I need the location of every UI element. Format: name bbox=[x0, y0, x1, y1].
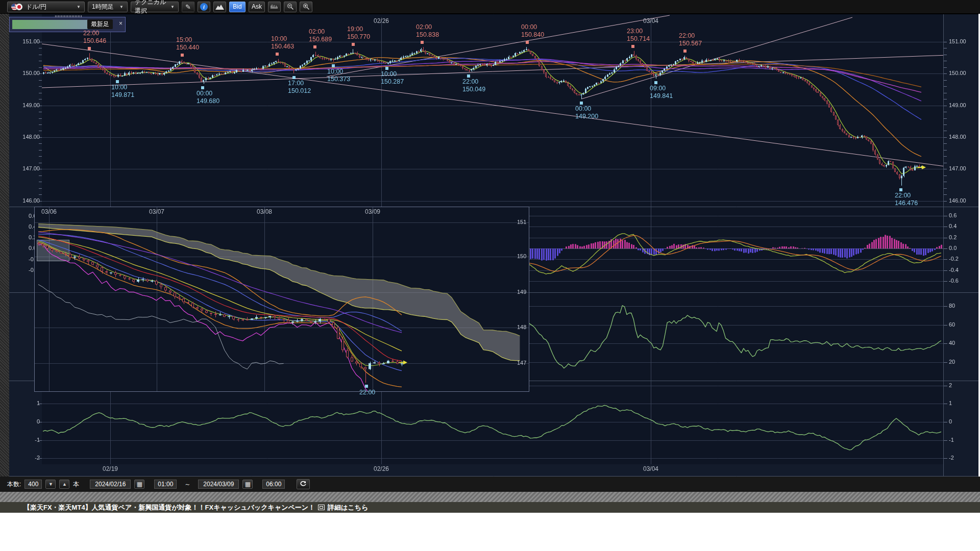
latest-bar-label: 最新足 bbox=[87, 19, 113, 29]
chart-canvas[interactable] bbox=[0, 0, 980, 551]
macd-axis-label: 0.4 bbox=[949, 223, 957, 229]
annotation-price: 146.476 bbox=[895, 199, 918, 207]
annotation-price: 149.200 bbox=[575, 113, 598, 120]
high-marker bbox=[276, 53, 279, 56]
close-icon[interactable]: × bbox=[119, 20, 122, 27]
rsi-axis-label: 60 bbox=[949, 321, 955, 328]
count-decrement-button[interactable]: ▼ bbox=[45, 480, 56, 489]
high-marker bbox=[526, 41, 529, 44]
annotation-price: 150.770 bbox=[347, 33, 370, 41]
calendar-to-button[interactable]: ▦ bbox=[242, 480, 253, 489]
price-axis-label: 150.00 bbox=[949, 70, 966, 76]
pair-flags-icon bbox=[11, 4, 22, 10]
calendar-icon: ▦ bbox=[245, 481, 251, 488]
technical-selector[interactable]: テクニカル選択 ▼ bbox=[131, 2, 179, 12]
calendar-from-button[interactable]: ▦ bbox=[134, 480, 144, 489]
high-marker bbox=[181, 54, 184, 57]
annotation-price: 149.841 bbox=[650, 92, 673, 100]
info-icon: i bbox=[200, 3, 208, 11]
annotation-time: 00:00 bbox=[575, 105, 598, 113]
chevron-up-icon: ▲ bbox=[62, 482, 67, 487]
window-resize-hatch bbox=[0, 492, 980, 502]
banner-link[interactable]: 詳細はこちら bbox=[328, 503, 368, 512]
inset-price-label-clipped: 151 bbox=[517, 219, 528, 225]
high-annotation: 02:00150.838 bbox=[416, 23, 439, 39]
range-separator: ～ bbox=[184, 480, 190, 489]
annotation-time: 10:00 bbox=[327, 68, 350, 76]
high-marker bbox=[352, 43, 355, 46]
open-window-icon bbox=[318, 505, 325, 510]
trading-app: ドル/円 ▼ 1時間足 ▼ テクニカル選択 ▼ ✎ i Bid Ask bbox=[0, 0, 980, 551]
macd-axis-label-clipped: -0.4 bbox=[29, 267, 34, 273]
macd-axis-label: -0.2 bbox=[949, 256, 959, 262]
osc-axis-label: 2 bbox=[949, 382, 952, 388]
chart-type-button[interactable] bbox=[213, 2, 226, 12]
date-label: 02/26 bbox=[374, 17, 389, 24]
annotation-time: 22:00 bbox=[83, 30, 106, 37]
price-axis-label: 147.00 bbox=[10, 165, 40, 171]
low-annotation: 22:00146.476 bbox=[895, 192, 918, 207]
bid-button[interactable]: Bid bbox=[229, 2, 246, 12]
annotation-price: 150.567 bbox=[679, 40, 702, 47]
annotation-time: 15:00 bbox=[176, 36, 199, 44]
latest-bar-gauge bbox=[12, 20, 94, 29]
date-label: 03/04 bbox=[643, 17, 658, 24]
reload-button[interactable] bbox=[297, 479, 310, 489]
low-annotation: 00:00149.200 bbox=[575, 105, 598, 120]
date-label: 02/19 bbox=[103, 465, 118, 472]
annotation-time: 22:00 bbox=[679, 32, 702, 40]
pair-selector[interactable]: ドル/円 ▼ bbox=[7, 2, 85, 12]
bid-label: Bid bbox=[233, 3, 241, 10]
macd-axis-label-clipped: 0.4 bbox=[29, 223, 34, 230]
low-marker bbox=[116, 80, 119, 83]
latest-bar-window[interactable]: 最新足 × bbox=[9, 17, 126, 32]
low-annotation: 09:00149.841 bbox=[650, 85, 673, 100]
price-axis-label: 146.00 bbox=[10, 197, 40, 204]
timeframe-selector[interactable]: 1時間足 ▼ bbox=[88, 2, 128, 12]
timeframe-label: 1時間足 bbox=[92, 3, 114, 11]
date-label: 02/26 bbox=[374, 465, 389, 472]
annotation-time: 10:00 bbox=[111, 84, 134, 91]
info-button[interactable]: i bbox=[198, 2, 210, 12]
reload-icon bbox=[300, 481, 307, 487]
osc-axis-label: -1 bbox=[20, 437, 40, 443]
price-axis-label: 148.00 bbox=[10, 134, 40, 140]
high-marker bbox=[313, 45, 316, 48]
high-marker bbox=[88, 47, 91, 50]
tick-chart-button[interactable] bbox=[268, 2, 281, 12]
price-axis-label: 149.00 bbox=[10, 102, 40, 108]
count-increment-button[interactable]: ▲ bbox=[59, 480, 69, 489]
high-annotation: 22:00150.567 bbox=[679, 32, 702, 47]
macd-axis-label-clipped: 0.0 bbox=[29, 245, 34, 251]
annotation-time: 17:00 bbox=[288, 80, 311, 87]
macd-axis-label-clipped: -0.2 bbox=[29, 256, 34, 262]
inset-price-label-clipped: 148 bbox=[517, 324, 528, 330]
time-from-input[interactable]: 01:00 bbox=[154, 480, 177, 489]
pair-label: ドル/円 bbox=[26, 3, 46, 11]
low-annotation: 10:00149.871 bbox=[111, 84, 134, 99]
time-to-input[interactable]: 06:00 bbox=[262, 480, 285, 489]
date-from-input[interactable]: 2024/02/16 bbox=[90, 480, 131, 489]
low-annotation: 10:00150.287 bbox=[381, 70, 404, 86]
price-axis-label: 151.00 bbox=[10, 38, 40, 44]
drag-handle-ticks[interactable] bbox=[55, 15, 82, 17]
draw-button[interactable]: ✎ bbox=[182, 2, 194, 12]
chevron-down-icon: ▼ bbox=[119, 5, 124, 9]
annotation-time: 22:00 bbox=[359, 389, 375, 396]
jp-flag-icon bbox=[16, 4, 22, 10]
annotation-price: 150.287 bbox=[381, 78, 404, 86]
zoom-in-button[interactable] bbox=[300, 2, 312, 12]
date-to-input[interactable]: 2024/03/09 bbox=[198, 480, 239, 489]
zoom-out-button[interactable] bbox=[284, 2, 297, 12]
annotation-time: 09:00 bbox=[650, 85, 673, 92]
inset-date-label: 03/08 bbox=[257, 208, 272, 215]
technical-label: テクニカル選択 bbox=[135, 0, 167, 15]
annotation-time: 00:00 bbox=[197, 90, 219, 97]
annotation-time: 22:00 bbox=[462, 78, 485, 86]
annotation-time: 02:00 bbox=[309, 28, 332, 36]
bar-count-input[interactable]: 400 bbox=[24, 480, 42, 489]
ask-button[interactable]: Ask bbox=[249, 2, 265, 12]
osc-axis-label: 0 bbox=[949, 418, 952, 424]
macd-axis-label-clipped: 0.6 bbox=[29, 213, 34, 219]
inset-date-label: 03/09 bbox=[365, 208, 380, 215]
